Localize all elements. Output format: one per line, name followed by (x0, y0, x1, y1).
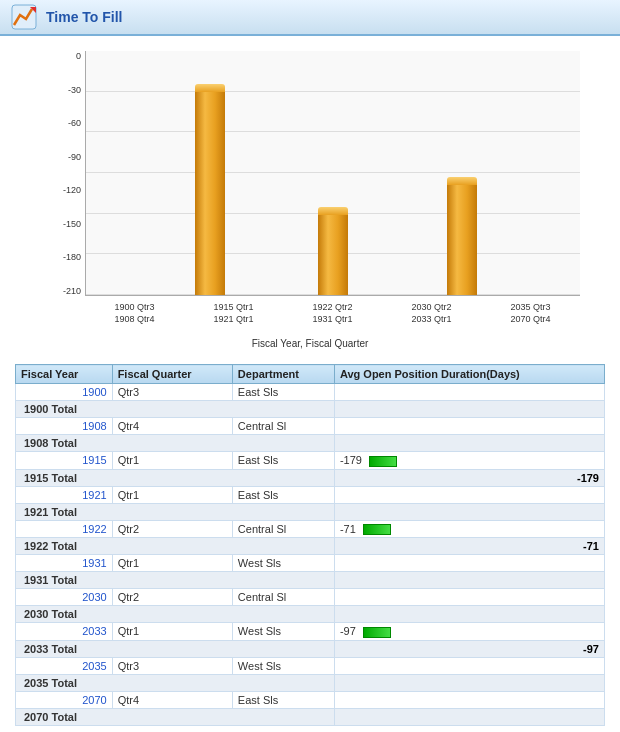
total-label: 1921 Total (16, 503, 335, 520)
department-cell: West Sls (232, 555, 334, 572)
fiscal-quarter-cell: Qtr2 (112, 589, 232, 606)
bar-indicator (363, 524, 391, 535)
duration-value-cell (334, 657, 604, 674)
chart-wrap: Avg Open Position Duration(Days) 0 -30 -… (30, 46, 590, 336)
table-data-row: 2030 Qtr2 Central Sl (16, 589, 605, 606)
duration-value-cell (334, 384, 604, 401)
total-value: -179 (334, 469, 604, 486)
department-cell: Central Sl (232, 589, 334, 606)
total-label: 1931 Total (16, 572, 335, 589)
col-header-fiscal-year: Fiscal Year (16, 365, 113, 384)
fiscal-year-cell: 2035 (16, 657, 113, 674)
fiscal-quarter-cell: Qtr1 (112, 555, 232, 572)
fiscal-quarter-cell: Qtr4 (112, 691, 232, 708)
fiscal-year-cell: 2033 (16, 623, 113, 641)
x-label-1: 1915 Qtr11921 Qtr1 (213, 302, 253, 325)
table-total-row: 1900 Total (16, 401, 605, 418)
x-label-4: 2035 Qtr32070 Qtr4 (510, 302, 550, 325)
fiscal-year-cell: 1900 (16, 384, 113, 401)
bar-1915 (195, 90, 225, 295)
bar-indicator (369, 456, 397, 467)
table-data-row: 2070 Qtr4 East Sls (16, 691, 605, 708)
table-total-row: 1908 Total (16, 435, 605, 452)
total-label: 1908 Total (16, 435, 335, 452)
department-cell: Central Sl (232, 520, 334, 538)
table-data-row: 1922 Qtr2 Central Sl -71 (16, 520, 605, 538)
x-axis-labels: 1900 Qtr31908 Qtr4 1915 Qtr11921 Qtr1 19… (85, 298, 580, 336)
duration-value-cell (334, 589, 604, 606)
total-value: -71 (334, 538, 604, 555)
total-value (334, 503, 604, 520)
department-cell: East Sls (232, 384, 334, 401)
total-value (334, 401, 604, 418)
department-cell: Central Sl (232, 418, 334, 435)
chart-area (85, 51, 580, 296)
table-total-row: 2070 Total (16, 708, 605, 725)
duration-value-cell: -71 (334, 520, 604, 538)
duration-value-cell: -97 (334, 623, 604, 641)
table-data-row: 1921 Qtr1 East Sls (16, 486, 605, 503)
x-label-2: 1922 Qtr21931 Qtr1 (312, 302, 352, 325)
x-label-0: 1900 Qtr31908 Qtr4 (114, 302, 154, 325)
table-total-row: 2030 Total (16, 606, 605, 623)
total-value (334, 606, 604, 623)
total-label: 1915 Total (16, 469, 335, 486)
header-icon (10, 3, 38, 31)
duration-value-cell (334, 691, 604, 708)
fiscal-year-cell: 1915 (16, 452, 113, 470)
fiscal-quarter-cell: Qtr1 (112, 452, 232, 470)
table-total-row: 2035 Total (16, 674, 605, 691)
table-total-row: 1931 Total (16, 572, 605, 589)
duration-value-cell: -179 (334, 452, 604, 470)
bar-2033 (447, 183, 477, 295)
fiscal-year-cell: 1931 (16, 555, 113, 572)
app-header: Time To Fill (0, 0, 620, 36)
table-total-row: 1922 Total -71 (16, 538, 605, 555)
total-label: 2070 Total (16, 708, 335, 725)
total-label: 1922 Total (16, 538, 335, 555)
table-container: Fiscal Year Fiscal Quarter Department Av… (0, 354, 620, 732)
total-label: 2030 Total (16, 606, 335, 623)
fiscal-quarter-cell: Qtr1 (112, 486, 232, 503)
y-axis-labels: 0 -30 -60 -90 -120 -150 -180 -210 (30, 51, 85, 296)
table-data-row: 2035 Qtr3 West Sls (16, 657, 605, 674)
total-value: -97 (334, 640, 604, 657)
table-data-row: 2033 Qtr1 West Sls -97 (16, 623, 605, 641)
fiscal-quarter-cell: Qtr2 (112, 520, 232, 538)
table-data-row: 1915 Qtr1 East Sls -179 (16, 452, 605, 470)
fiscal-quarter-cell: Qtr1 (112, 623, 232, 641)
fiscal-year-cell: 2070 (16, 691, 113, 708)
total-label: 1900 Total (16, 401, 335, 418)
duration-value-cell (334, 486, 604, 503)
department-cell: East Sls (232, 452, 334, 470)
x-label-3: 2030 Qtr22033 Qtr1 (411, 302, 451, 325)
table-data-row: 1908 Qtr4 Central Sl (16, 418, 605, 435)
table-total-row: 2033 Total -97 (16, 640, 605, 657)
chart-container: Avg Open Position Duration(Days) 0 -30 -… (0, 36, 620, 354)
fiscal-year-cell: 2030 (16, 589, 113, 606)
fiscal-year-cell: 1922 (16, 520, 113, 538)
col-header-avg-duration: Avg Open Position Duration(Days) (334, 365, 604, 384)
duration-value-cell (334, 555, 604, 572)
page-title: Time To Fill (46, 9, 123, 25)
department-cell: West Sls (232, 657, 334, 674)
department-cell: East Sls (232, 486, 334, 503)
x-axis-title: Fiscal Year, Fiscal Quarter (20, 338, 600, 349)
table-total-row: 1921 Total (16, 503, 605, 520)
fiscal-quarter-cell: Qtr3 (112, 657, 232, 674)
department-cell: East Sls (232, 691, 334, 708)
department-cell: West Sls (232, 623, 334, 641)
bar-1922 (318, 213, 348, 295)
data-table: Fiscal Year Fiscal Quarter Department Av… (15, 364, 605, 726)
table-total-row: 1915 Total -179 (16, 469, 605, 486)
fiscal-quarter-cell: Qtr4 (112, 418, 232, 435)
col-header-department: Department (232, 365, 334, 384)
duration-value-cell (334, 418, 604, 435)
col-header-fiscal-quarter: Fiscal Quarter (112, 365, 232, 384)
total-value (334, 572, 604, 589)
total-label: 2033 Total (16, 640, 335, 657)
table-data-row: 1931 Qtr1 West Sls (16, 555, 605, 572)
total-label: 2035 Total (16, 674, 335, 691)
bar-indicator (363, 627, 391, 638)
total-value (334, 674, 604, 691)
